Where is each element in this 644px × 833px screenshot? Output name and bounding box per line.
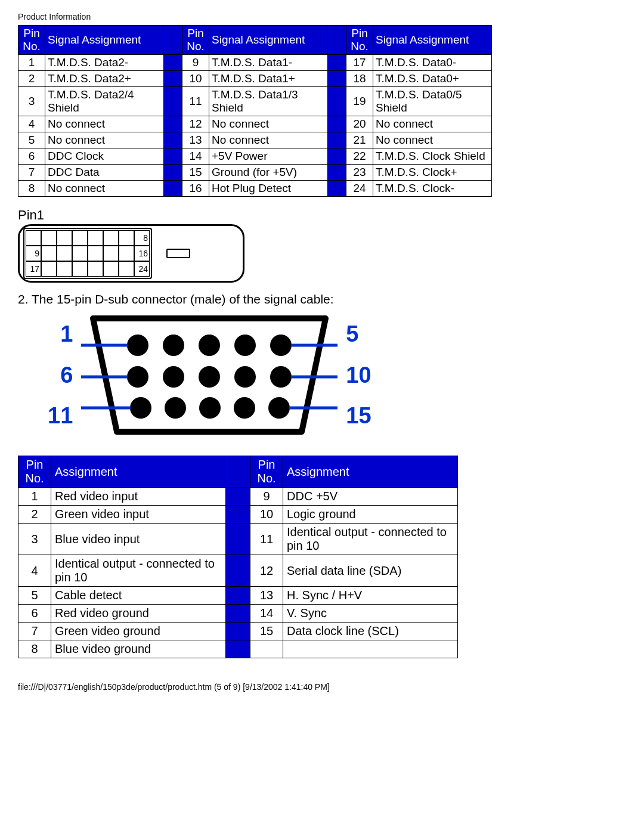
- pin-no: 13: [182, 132, 209, 148]
- pin-no: 20: [346, 116, 373, 132]
- pin-no: 18: [346, 71, 373, 87]
- assignment: DDC +5V: [283, 488, 458, 506]
- assignment: Blue video input: [51, 524, 226, 555]
- vga-th-sig-b: Assignment: [283, 456, 458, 488]
- table-row: 1T.M.D.S. Data2-9T.M.D.S. Data1-17T.M.D.…: [18, 55, 492, 71]
- signal-assignment: Ground (for +5V): [209, 165, 328, 181]
- pin-no: 9: [250, 488, 283, 506]
- pin-no: 10: [250, 506, 283, 524]
- dvi-pin-cell: 24: [134, 261, 150, 277]
- table-row: 5Cable detect13H. Sync / H+V: [18, 587, 458, 605]
- signal-assignment: No connect: [45, 116, 164, 132]
- svg-point-1: [127, 335, 148, 356]
- assignment: Data clock line (SCL): [283, 623, 458, 640]
- pin-no: 15: [250, 623, 283, 640]
- gap: [328, 87, 346, 116]
- signal-assignment: T.M.D.S. Data2-: [45, 55, 164, 71]
- vga-th-pinno-b: Pin No.: [250, 456, 283, 488]
- pin-no: 7: [18, 623, 51, 640]
- signal-assignment: T.M.D.S. Data0/5 Shield: [373, 87, 492, 116]
- dvi-pin-cell: [72, 246, 88, 261]
- gap: [328, 71, 346, 87]
- pin-no: 5: [18, 132, 45, 148]
- gap: [226, 524, 250, 555]
- pin-no: 23: [346, 165, 373, 181]
- gap: [328, 165, 346, 181]
- signal-assignment: DDC Clock: [45, 148, 164, 165]
- table-row: 6DDC Clock14+5V Power22T.M.D.S. Clock Sh…: [18, 148, 492, 165]
- dvi-th-sig-a: Signal Assignment: [45, 26, 164, 55]
- table-row: 5No connect13No connect21No connect: [18, 132, 492, 148]
- dvi-th-pinno-b: Pin No.: [182, 26, 209, 55]
- signal-assignment: T.M.D.S. Data2/4 Shield: [45, 87, 164, 116]
- pin-no: 19: [346, 87, 373, 116]
- table-row: 3T.M.D.S. Data2/4 Shield11T.M.D.S. Data1…: [18, 87, 492, 116]
- svg-point-4: [234, 335, 256, 356]
- table-row: 1Red video input9DDC +5V: [18, 488, 458, 506]
- dvi-th-pinno-c: Pin No.: [346, 26, 373, 55]
- dvi-pin-cell: [72, 230, 88, 246]
- gap: [226, 488, 250, 506]
- svg-point-12: [165, 397, 186, 419]
- table-row: 8Blue video ground: [18, 640, 458, 658]
- pin-no: 3: [18, 87, 45, 116]
- svg-point-2: [163, 335, 184, 356]
- dsub-label-1: 1: [48, 321, 73, 347]
- gap: [328, 116, 346, 132]
- gap: [226, 640, 250, 658]
- pin-no: 17: [346, 55, 373, 71]
- pin-no: 24: [346, 181, 373, 197]
- assignment: [283, 640, 458, 658]
- pin-no: 15: [182, 165, 209, 181]
- pin-no: 14: [182, 148, 209, 165]
- assignment: Red video input: [51, 488, 226, 506]
- table-row: 2T.M.D.S. Data2+10T.M.D.S. Data1+18T.M.D…: [18, 71, 492, 87]
- dsub-label-6: 6: [48, 363, 73, 388]
- dvi-pin-cell: [103, 230, 119, 246]
- vga-th-sig-a: Assignment: [51, 456, 226, 488]
- table-row: 4Identical output - connected to pin 101…: [18, 555, 458, 587]
- dvi-pin-cell: [103, 261, 119, 277]
- gap: [328, 132, 346, 148]
- gap: [328, 148, 346, 165]
- dvi-ground-slot-icon: [166, 249, 190, 258]
- assignment: V. Sync: [283, 605, 458, 623]
- gap: [226, 506, 250, 524]
- dvi-pin-cell: [57, 230, 72, 246]
- assignment: Red video ground: [51, 605, 226, 623]
- dvi-pin-table: Pin No. Signal Assignment Pin No. Signal…: [18, 25, 492, 197]
- signal-assignment: T.M.D.S. Data0+: [373, 71, 492, 87]
- assignment: H. Sync / H+V: [283, 587, 458, 605]
- assignment: Blue video ground: [51, 640, 226, 658]
- dvi-pin-cell: [88, 261, 103, 277]
- pin-no: 16: [182, 181, 209, 197]
- dsub-label-5: 5: [346, 321, 371, 347]
- svg-point-7: [163, 366, 184, 388]
- dvi-pin-cell: [41, 261, 57, 277]
- dvi-pin-cell: [41, 246, 57, 261]
- section-2-text: 2. The 15-pin D-sub connector (male) of …: [18, 292, 626, 306]
- pin-no: 5: [18, 587, 51, 605]
- gap: [328, 181, 346, 197]
- dvi-pin-cell: [103, 246, 119, 261]
- pin-no: 11: [250, 524, 283, 555]
- dvi-pin-cell: [57, 246, 72, 261]
- svg-point-8: [199, 366, 220, 388]
- dvi-pin-cell: [88, 246, 103, 261]
- svg-point-13: [199, 397, 221, 419]
- pin-no: 4: [18, 555, 51, 587]
- gap: [164, 181, 182, 197]
- vga-gap: [226, 456, 250, 488]
- dvi-pin-cell: 16: [134, 246, 150, 261]
- pin-no: 1: [18, 488, 51, 506]
- svg-point-15: [268, 397, 290, 419]
- pin-no: 1: [18, 55, 45, 71]
- pin-no: 21: [346, 132, 373, 148]
- signal-assignment: No connect: [209, 116, 328, 132]
- vga-th-pinno-a: Pin No.: [18, 456, 51, 488]
- dvi-pin-cell: [41, 230, 57, 246]
- pin-no: 6: [18, 605, 51, 623]
- dsub-label-11: 11: [48, 403, 73, 429]
- pin-no: 11: [182, 87, 209, 116]
- signal-assignment: T.M.D.S. Clock-: [373, 181, 492, 197]
